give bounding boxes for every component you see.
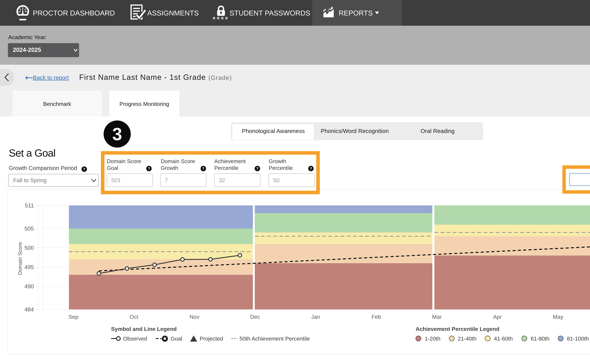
svg-text:Feb: Feb [372,314,381,320]
svg-text:490: 490 [24,283,34,290]
svg-text:Sep: Sep [68,314,78,320]
svg-text:Dec: Dec [250,314,260,320]
svg-text:484: 484 [24,306,34,313]
svg-text:May: May [553,314,563,320]
svg-text:Mar: Mar [432,314,442,320]
svg-text:Jan: Jan [311,314,320,320]
svg-text:Domain Score: Domain Score [17,242,23,275]
svg-text:495: 495 [24,264,34,270]
svg-text:Apr: Apr [493,314,502,320]
svg-text:500: 500 [24,245,34,251]
svg-text:511: 511 [25,202,34,209]
svg-text:Nov: Nov [189,314,199,320]
svg-text:Oct: Oct [130,314,138,320]
svg-text:505: 505 [24,226,34,232]
